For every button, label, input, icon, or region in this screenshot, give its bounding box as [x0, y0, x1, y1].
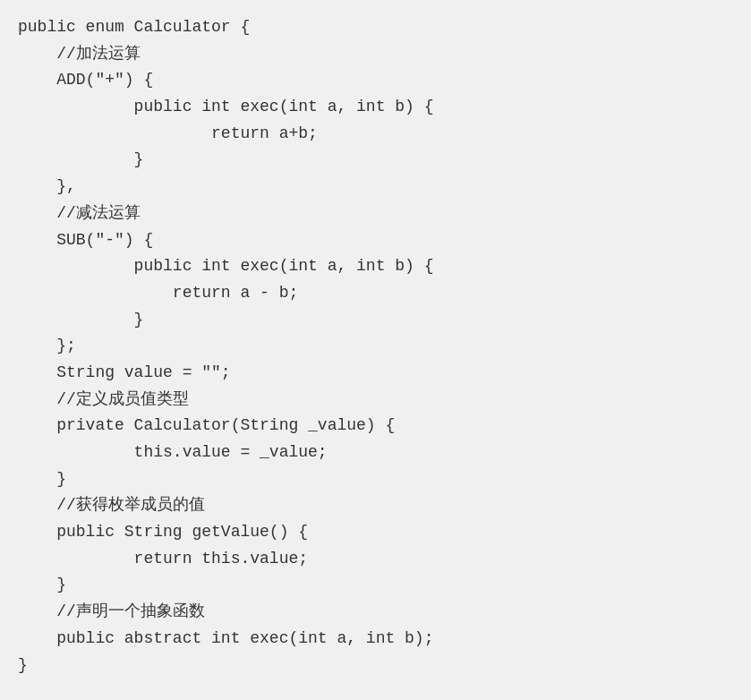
code-container: public enum Calculator { //加法运算 ADD("+")…: [0, 0, 751, 700]
code-block: public enum Calculator { //加法运算 ADD("+")…: [18, 14, 733, 679]
